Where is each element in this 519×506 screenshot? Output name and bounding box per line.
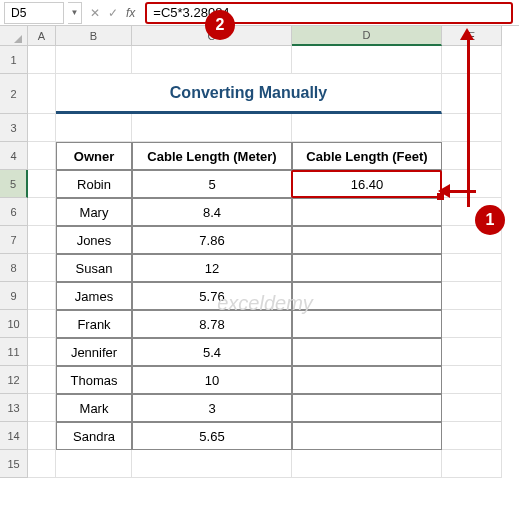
row-header[interactable]: 1 [0, 46, 28, 74]
cell[interactable] [442, 170, 502, 198]
row-header[interactable]: 13 [0, 394, 28, 422]
cell-owner[interactable]: Mark [56, 394, 132, 422]
row-header[interactable]: 10 [0, 310, 28, 338]
cell-meter[interactable]: 8.4 [132, 198, 292, 226]
cell-meter[interactable]: 5.76 [132, 282, 292, 310]
cell-meter[interactable]: 8.78 [132, 310, 292, 338]
formula-input[interactable]: =C5*3.28084 [145, 2, 513, 24]
cell[interactable] [132, 46, 292, 74]
grid-body[interactable]: Converting Manually Owner Cable Length (… [28, 46, 502, 478]
row-headers: 1 2 3 4 5 6 7 8 9 10 11 12 13 14 15 [0, 46, 28, 478]
cell[interactable] [442, 366, 502, 394]
cell-feet[interactable] [292, 254, 442, 282]
row-header[interactable]: 8 [0, 254, 28, 282]
cell-owner[interactable]: James [56, 282, 132, 310]
cell-owner[interactable]: Mary [56, 198, 132, 226]
cell-owner[interactable]: Jennifer [56, 338, 132, 366]
cell-feet[interactable] [292, 282, 442, 310]
cell[interactable] [442, 338, 502, 366]
row-header[interactable]: 11 [0, 338, 28, 366]
row-header[interactable]: 4 [0, 142, 28, 170]
cell-feet[interactable] [292, 198, 442, 226]
title-cell[interactable]: Converting Manually [56, 74, 442, 114]
cell[interactable] [28, 422, 56, 450]
col-header-b[interactable]: B [56, 26, 132, 46]
cell[interactable] [28, 282, 56, 310]
col-header-a[interactable]: A [28, 26, 56, 46]
cell-feet[interactable] [292, 226, 442, 254]
cell[interactable] [28, 170, 56, 198]
cell-feet[interactable] [292, 422, 442, 450]
cell-owner[interactable]: Jones [56, 226, 132, 254]
row-header[interactable]: 14 [0, 422, 28, 450]
cell[interactable] [132, 114, 292, 142]
cell[interactable] [56, 46, 132, 74]
cell[interactable] [28, 142, 56, 170]
cell-meter[interactable]: 12 [132, 254, 292, 282]
cell[interactable] [56, 450, 132, 478]
cell-owner[interactable]: Thomas [56, 366, 132, 394]
row-header[interactable]: 2 [0, 74, 28, 114]
cell[interactable] [28, 198, 56, 226]
cell[interactable] [442, 254, 502, 282]
cell-owner[interactable]: Frank [56, 310, 132, 338]
row-header[interactable]: 6 [0, 198, 28, 226]
header-feet[interactable]: Cable Length (Feet) [292, 142, 442, 170]
cell-meter[interactable]: 3 [132, 394, 292, 422]
cell[interactable] [442, 394, 502, 422]
cell-feet[interactable]: 16.40 [292, 170, 442, 198]
cell-meter[interactable]: 10 [132, 366, 292, 394]
cell[interactable] [132, 450, 292, 478]
cell[interactable] [442, 310, 502, 338]
accept-icon[interactable]: ✓ [108, 6, 118, 20]
cell[interactable] [28, 74, 56, 114]
fx-icon[interactable]: fx [126, 6, 135, 20]
cancel-icon[interactable]: ✕ [90, 6, 100, 20]
cell[interactable] [442, 450, 502, 478]
cell-owner[interactable]: Susan [56, 254, 132, 282]
cell-feet[interactable] [292, 366, 442, 394]
cell[interactable] [442, 74, 502, 114]
cell[interactable] [442, 282, 502, 310]
cell-feet[interactable] [292, 394, 442, 422]
cell-owner[interactable]: Robin [56, 170, 132, 198]
cell[interactable] [292, 114, 442, 142]
cell-meter[interactable]: 5.65 [132, 422, 292, 450]
cell[interactable] [28, 114, 56, 142]
row-header[interactable]: 12 [0, 366, 28, 394]
cell[interactable] [28, 254, 56, 282]
name-box[interactable]: D5 [4, 2, 64, 24]
cell[interactable] [442, 46, 502, 74]
row-header[interactable]: 7 [0, 226, 28, 254]
cell-owner[interactable]: Sandra [56, 422, 132, 450]
cell[interactable] [28, 450, 56, 478]
cell[interactable] [28, 338, 56, 366]
row-header[interactable]: 5 [0, 170, 28, 198]
cell[interactable] [28, 394, 56, 422]
cell-meter[interactable]: 7.86 [132, 226, 292, 254]
select-all-corner[interactable] [0, 26, 28, 46]
name-box-dropdown[interactable]: ▼ [68, 2, 82, 24]
cell[interactable] [28, 366, 56, 394]
cell-feet[interactable] [292, 310, 442, 338]
header-owner[interactable]: Owner [56, 142, 132, 170]
col-header-d[interactable]: D [292, 26, 442, 46]
cell[interactable] [442, 114, 502, 142]
cell[interactable] [28, 46, 56, 74]
cell-meter[interactable]: 5 [132, 170, 292, 198]
column-headers: A B C D E [28, 26, 502, 46]
row-header[interactable]: 15 [0, 450, 28, 478]
cell-meter[interactable]: 5.4 [132, 338, 292, 366]
cell[interactable] [442, 142, 502, 170]
row-header[interactable]: 3 [0, 114, 28, 142]
cell[interactable] [292, 46, 442, 74]
cell[interactable] [442, 422, 502, 450]
row-header[interactable]: 9 [0, 282, 28, 310]
header-meter[interactable]: Cable Length (Meter) [132, 142, 292, 170]
cell[interactable] [28, 226, 56, 254]
cell[interactable] [28, 310, 56, 338]
annotation-arrowhead [460, 28, 474, 40]
cell-feet[interactable] [292, 338, 442, 366]
cell[interactable] [292, 450, 442, 478]
cell[interactable] [56, 114, 132, 142]
